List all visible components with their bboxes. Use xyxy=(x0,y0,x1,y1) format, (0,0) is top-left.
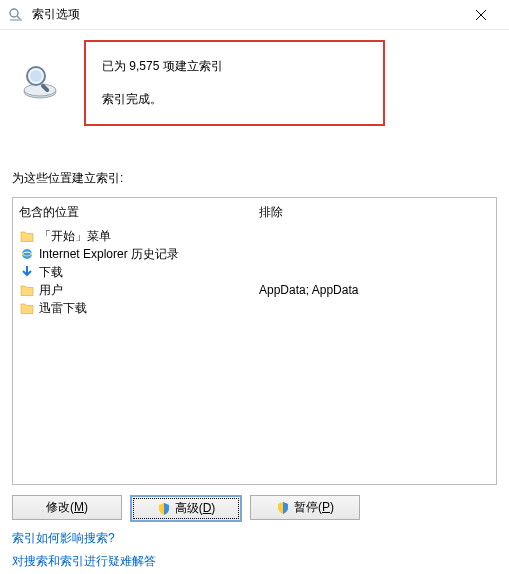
ie-icon xyxy=(19,246,35,262)
status-highlight-box: 已为 9,575 项建立索引 索引完成。 xyxy=(84,40,385,126)
search-index-icon xyxy=(20,60,60,100)
svg-point-8 xyxy=(30,70,42,82)
pause-button[interactable]: 暂停(P) xyxy=(250,495,360,520)
svg-point-0 xyxy=(10,9,18,17)
app-icon xyxy=(8,7,24,23)
folder-icon xyxy=(19,300,35,316)
location-label: 用户 xyxy=(39,282,259,299)
button-label: 修改(M) xyxy=(46,499,88,516)
locations-box: 包含的位置 排除 「开始」菜单 Internet Explorer 历史记录 下… xyxy=(12,197,497,485)
titlebar: 索引选项 xyxy=(0,0,509,30)
location-label: 迅雷下载 xyxy=(39,300,259,317)
locations-label: 为这些位置建立索引: xyxy=(12,170,497,187)
shield-icon xyxy=(276,501,290,515)
shield-icon xyxy=(157,502,171,516)
buttons-row: 修改(M) 高级(D) 暂停(P) xyxy=(12,495,497,522)
close-button[interactable] xyxy=(461,1,501,29)
list-item[interactable]: 用户 AppData; AppData xyxy=(19,281,490,299)
column-exclude-header: 排除 xyxy=(259,204,490,221)
folder-icon xyxy=(19,282,35,298)
folder-icon xyxy=(19,228,35,244)
locations-header: 包含的位置 排除 xyxy=(13,198,496,225)
help-link-troubleshoot[interactable]: 对搜索和索引进行疑难解答 xyxy=(12,553,156,570)
location-label: Internet Explorer 历史记录 xyxy=(39,246,259,263)
location-exclude: AppData; AppData xyxy=(259,283,490,297)
svg-point-6 xyxy=(24,84,56,96)
column-include-header: 包含的位置 xyxy=(19,204,259,221)
list-item[interactable]: 迅雷下载 xyxy=(19,299,490,317)
button-label: 高级(D) xyxy=(175,500,216,517)
list-item[interactable]: 「开始」菜单 xyxy=(19,227,490,245)
window-title: 索引选项 xyxy=(32,6,461,23)
location-label: 「开始」菜单 xyxy=(39,228,259,245)
list-item[interactable]: Internet Explorer 历史记录 xyxy=(19,245,490,263)
status-complete: 索引完成。 xyxy=(102,91,223,108)
location-label: 下载 xyxy=(39,264,259,281)
list-item[interactable]: 下载 xyxy=(19,263,490,281)
help-link-search[interactable]: 索引如何影响搜索? xyxy=(12,530,115,547)
modify-button[interactable]: 修改(M) xyxy=(12,495,122,520)
status-count: 已为 9,575 项建立索引 xyxy=(102,58,223,75)
svg-rect-2 xyxy=(10,19,22,21)
svg-point-10 xyxy=(22,249,32,259)
advanced-button[interactable]: 高级(D) xyxy=(130,495,242,522)
status-area: 已为 9,575 项建立索引 索引完成。 xyxy=(12,40,497,126)
locations-list[interactable]: 「开始」菜单 Internet Explorer 历史记录 下载 用户 AppD… xyxy=(13,225,496,484)
download-arrow-icon xyxy=(19,264,35,280)
button-label: 暂停(P) xyxy=(294,499,334,516)
